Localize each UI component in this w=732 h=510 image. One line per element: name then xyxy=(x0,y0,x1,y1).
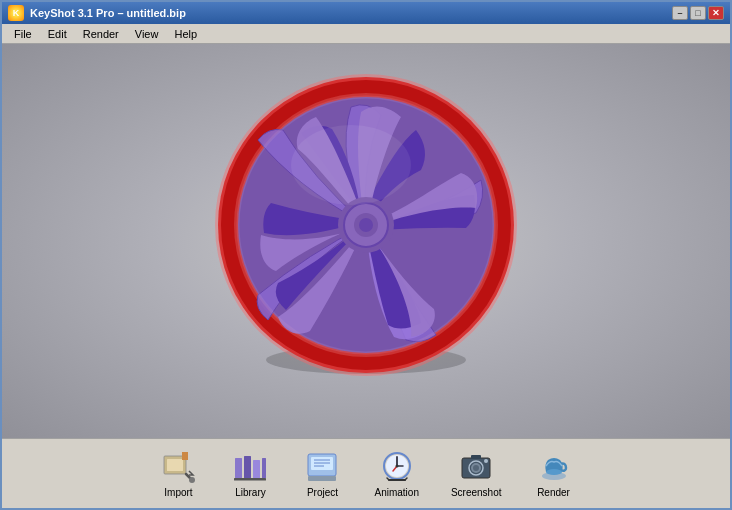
render-icon xyxy=(536,449,572,485)
svg-line-34 xyxy=(387,478,389,480)
title-bar: K KeyShot 3.1 Pro – untitled.bip – □ ✕ xyxy=(2,2,730,24)
import-label: Import xyxy=(164,487,192,498)
menu-render[interactable]: Render xyxy=(75,26,127,42)
svg-line-35 xyxy=(405,478,407,480)
wheel-svg xyxy=(206,65,526,385)
minimize-button[interactable]: – xyxy=(672,6,688,20)
library-label: Library xyxy=(235,487,266,498)
maximize-button[interactable]: □ xyxy=(690,6,706,20)
svg-point-10 xyxy=(291,125,411,205)
screenshot-icon xyxy=(458,449,494,485)
import-icon xyxy=(160,449,196,485)
svg-point-32 xyxy=(395,465,398,468)
menu-edit[interactable]: Edit xyxy=(40,26,75,42)
svg-point-15 xyxy=(189,477,195,483)
app-window: K KeyShot 3.1 Pro – untitled.bip – □ ✕ F… xyxy=(0,0,732,510)
menu-file[interactable]: File xyxy=(6,26,40,42)
project-label: Project xyxy=(307,487,338,498)
menu-view[interactable]: View xyxy=(127,26,167,42)
animation-button[interactable]: Animation xyxy=(368,445,424,502)
toolbar: Import Library xyxy=(2,438,730,508)
svg-marker-13 xyxy=(182,452,188,460)
menu-help[interactable]: Help xyxy=(166,26,205,42)
svg-rect-23 xyxy=(308,476,336,481)
import-button[interactable]: Import xyxy=(152,445,204,502)
svg-rect-40 xyxy=(471,455,481,459)
svg-point-39 xyxy=(473,465,479,471)
library-icon xyxy=(232,449,268,485)
render-label: Render xyxy=(537,487,570,498)
project-icon xyxy=(304,449,340,485)
svg-point-43 xyxy=(546,469,562,475)
svg-rect-20 xyxy=(234,478,266,481)
svg-point-41 xyxy=(484,459,488,463)
app-icon: K xyxy=(8,5,24,21)
title-bar-left: K KeyShot 3.1 Pro – untitled.bip xyxy=(8,5,186,21)
window-title: KeyShot 3.1 Pro – untitled.bip xyxy=(30,7,186,19)
animation-label: Animation xyxy=(374,487,418,498)
render-button[interactable]: Render xyxy=(528,445,580,502)
menu-bar: File Edit Render View Help xyxy=(2,24,730,44)
close-button[interactable]: ✕ xyxy=(708,6,724,20)
3d-model xyxy=(206,65,526,385)
viewport[interactable] xyxy=(2,44,730,438)
animation-icon xyxy=(379,449,415,485)
screenshot-label: Screenshot xyxy=(451,487,502,498)
screenshot-button[interactable]: Screenshot xyxy=(445,445,508,502)
project-button[interactable]: Project xyxy=(296,445,348,502)
svg-rect-12 xyxy=(167,459,183,471)
svg-rect-19 xyxy=(262,458,266,478)
svg-rect-16 xyxy=(235,458,242,478)
library-button[interactable]: Library xyxy=(224,445,276,502)
svg-rect-17 xyxy=(244,456,251,478)
window-controls: – □ ✕ xyxy=(672,6,724,20)
svg-point-8 xyxy=(359,218,373,232)
svg-rect-18 xyxy=(253,460,260,478)
